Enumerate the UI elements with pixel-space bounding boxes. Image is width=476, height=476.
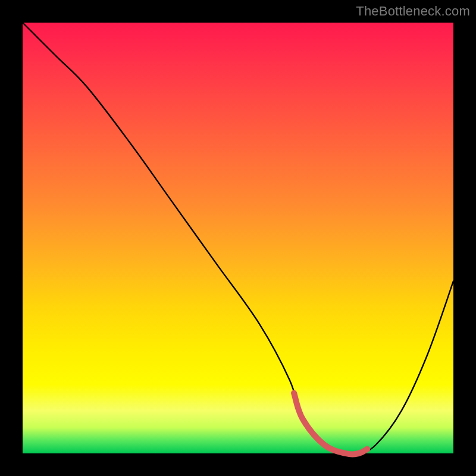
bottleneck-curve	[23, 23, 453, 455]
plot-area	[23, 23, 453, 453]
optimal-range-highlight	[294, 393, 367, 455]
chart-frame: TheBottleneck.com	[0, 0, 476, 476]
watermark-text: TheBottleneck.com	[356, 4, 470, 19]
curve-layer	[23, 23, 453, 453]
